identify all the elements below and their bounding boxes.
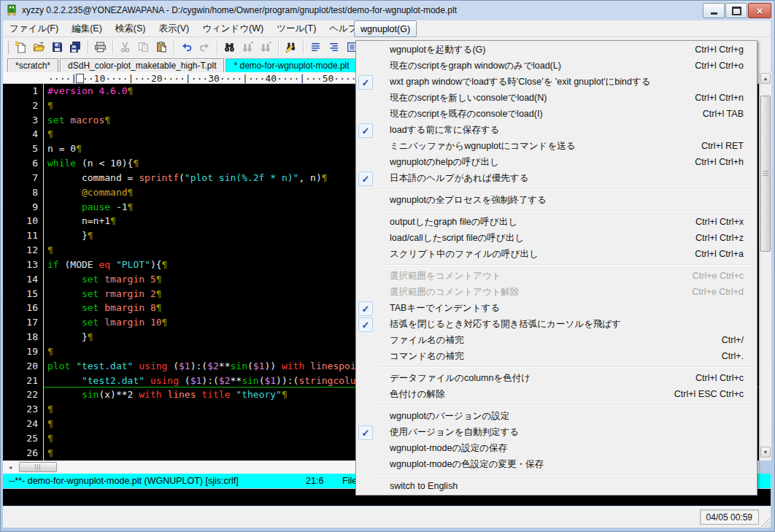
menu-item[interactable]: コマンド名の補完Ctrl+. — [356, 348, 757, 364]
scroll-left-arrow-icon[interactable]: ◄ — [4, 462, 16, 472]
list-functions-button[interactable] — [325, 39, 342, 55]
code-token: "test.dat" — [76, 361, 133, 371]
menu-item-label: wgnuplotの全プロセスを強制終了する — [390, 194, 547, 207]
menu-item-label: 現在のscriptをgraph windowのみでload(L) — [390, 60, 561, 72]
scroll-down-arrow-icon[interactable]: ▼ — [760, 447, 771, 458]
horizontal-scroll-thumb[interactable] — [19, 462, 57, 472]
save-all-button[interactable] — [67, 39, 84, 55]
list-buffers-button[interactable] — [307, 39, 324, 55]
find-next-icon — [242, 41, 254, 53]
menu-item[interactable]: wgnuplotのバージョンの設定 — [356, 408, 757, 424]
menu-item[interactable]: ファイル名の補完Ctrl+/ — [356, 332, 757, 348]
newline-mark: ¶ — [128, 201, 134, 212]
newline-mark: ¶ — [128, 85, 134, 96]
close-button[interactable]: × — [748, 3, 771, 18]
menubar-item[interactable]: ウィンドウ(W) — [196, 20, 270, 37]
menubar-item[interactable]: 表示(V) — [152, 20, 196, 37]
menu-item[interactable]: outputしたgraph fileの呼び出しCtrl+l Ctrl+x — [356, 214, 757, 230]
newline-mark: ¶ — [47, 447, 53, 458]
minimize-button[interactable] — [703, 3, 725, 18]
menu-item[interactable]: 色付けの解除Ctrl+l ESC Ctrl+c — [356, 386, 757, 402]
newline-mark: ¶ — [156, 274, 162, 285]
menu-item[interactable]: wgnuplotの全プロセスを強制終了する — [356, 192, 757, 208]
replace-button[interactable] — [282, 39, 299, 55]
menu-item[interactable]: ミニバッファからwgnuplotにコマンドを送るCtrl+l RET — [356, 138, 757, 154]
menu-item-label: TABキーでインデントする — [390, 302, 500, 315]
code-token: with — [139, 389, 161, 400]
menubar-item[interactable]: ファイル(F) — [3, 20, 65, 37]
save-button[interactable] — [49, 39, 66, 55]
menu-item[interactable]: 現在のscriptをgraph windowのみでload(L)Ctrl+l C… — [356, 58, 757, 74]
maximize-button[interactable] — [725, 3, 747, 18]
resize-grip[interactable] — [760, 517, 770, 527]
code-token: set — [82, 288, 99, 299]
print-icon — [94, 41, 107, 53]
menu-separator — [379, 404, 755, 405]
scroll-up-arrow-icon[interactable]: ▲ — [760, 73, 771, 84]
line-number: 7 — [3, 171, 43, 185]
line-number: 17 — [3, 315, 43, 330]
code-token: while — [47, 158, 76, 169]
paste-button[interactable] — [153, 39, 170, 55]
vertical-scroll-thumb[interactable] — [760, 96, 771, 252]
new-file-button[interactable] — [12, 39, 29, 55]
undo-icon — [180, 41, 193, 53]
titlebar[interactable]: xyzzy 0.2.2.235@YONEZAWAPANA - D:/cygwin… — [0, 0, 775, 20]
line-number: 2 — [3, 99, 43, 113]
copy-button — [135, 39, 152, 55]
newline-mark: ¶ — [47, 128, 53, 139]
menu-item[interactable]: ✓日本語のヘルプがあれば優先する — [356, 170, 757, 186]
menu-item[interactable]: wgnuplotのhelpの呼び出しCtrl+l Ctrl+h — [356, 154, 757, 170]
line-number: 19 — [3, 344, 43, 359]
vertical-scrollbar[interactable]: ▲ ▼ — [759, 72, 771, 460]
menubar-item[interactable]: 検索(S) — [109, 20, 153, 37]
code-token: sin — [242, 375, 258, 386]
menu-item[interactable]: スクリプト中のファイルの呼び出しCtrl+l Ctrl+a — [356, 246, 757, 262]
buffer-tab[interactable]: dSdH_color-plot_maketable_high-T.plt — [60, 58, 224, 72]
menu-item[interactable]: load/callしたscript fileの呼び出しCtrl+l Ctrl+z — [356, 230, 757, 246]
menu-item[interactable]: wgnuplot-modeの色設定の変更・保存 — [356, 456, 757, 472]
print-button[interactable] — [92, 39, 109, 55]
menu-item-label: 選択範囲のコメントアウト解除 — [390, 286, 519, 298]
menu-item[interactable]: データファイルのcolumnを色付けCtrl+l Ctrl+c — [356, 370, 757, 386]
menu-item-shortcut: Ctrl+l Ctrl+o — [695, 61, 744, 71]
code-token: $1 — [179, 361, 190, 371]
newline-mark: ¶ — [47, 418, 53, 429]
menu-item[interactable]: ✓loadする前に常に保存する — [356, 122, 757, 138]
code-token: lines — [167, 389, 196, 400]
menu-item[interactable]: 選択範囲のコメントアウト解除Ctrl+e Ctrl+d — [356, 284, 757, 300]
menu-item[interactable]: 選択範囲をコメントアウトCtrl+e Ctrl+c — [356, 268, 757, 284]
line-number: 23 — [3, 402, 43, 417]
menu-item[interactable]: ✓括弧を閉じるとき対応する開き括弧にカーソルを飛ばす — [356, 316, 757, 332]
menu-separator — [379, 210, 755, 211]
newline-mark: ¶ — [88, 331, 93, 342]
open-file-button[interactable] — [31, 39, 47, 55]
code-token: ** — [230, 375, 242, 386]
menubar-item[interactable]: ツール(T) — [270, 20, 323, 37]
buffer-tab-active[interactable]: * demo-for-wgnuplot-mode.plt — [225, 58, 357, 72]
undo-button[interactable] — [178, 39, 195, 55]
menu-item[interactable]: 現在のscriptを新しいconsoleでload(N)Ctrl+l Ctrl+… — [356, 90, 757, 106]
line-number: 9 — [3, 200, 43, 215]
menubar-item[interactable]: 編集(E) — [65, 20, 109, 37]
code-token — [47, 187, 82, 198]
menu-item[interactable]: wgnuplot-modeの設定の保存 — [356, 440, 757, 456]
line-number: 10 — [3, 214, 43, 228]
menu-item[interactable]: ✓wxt graph windowでloadする時'Close'を 'exit … — [356, 74, 757, 90]
find-button[interactable] — [221, 39, 238, 55]
menubar-item-wgnuplot[interactable]: wgnuplot(G) — [354, 20, 417, 37]
menu-item[interactable]: 現在のscriptを既存のconsoleでload(I)Ctrl+l TAB — [356, 106, 757, 122]
buffer-tab[interactable]: *scratch* — [7, 58, 58, 72]
save-icon — [51, 41, 63, 53]
menu-item-label: 色付けの解除 — [390, 388, 445, 401]
code-token — [110, 259, 116, 270]
menu-item-label: コマンド名の補完 — [390, 350, 463, 363]
menu-item[interactable]: switch to English — [356, 478, 757, 494]
menu-item[interactable]: ✓使用バージョンを自動判定する — [356, 424, 757, 440]
menu-item[interactable]: wgnuplotを起動する(G)Ctrl+l Ctrl+g — [356, 42, 757, 58]
menu-item[interactable]: ✓TABキーでインデントする — [356, 300, 757, 316]
toolbar-grip[interactable] — [5, 41, 9, 54]
code-token: title — [201, 389, 230, 400]
menu-separator — [379, 474, 755, 475]
code-token: @command — [82, 187, 128, 198]
